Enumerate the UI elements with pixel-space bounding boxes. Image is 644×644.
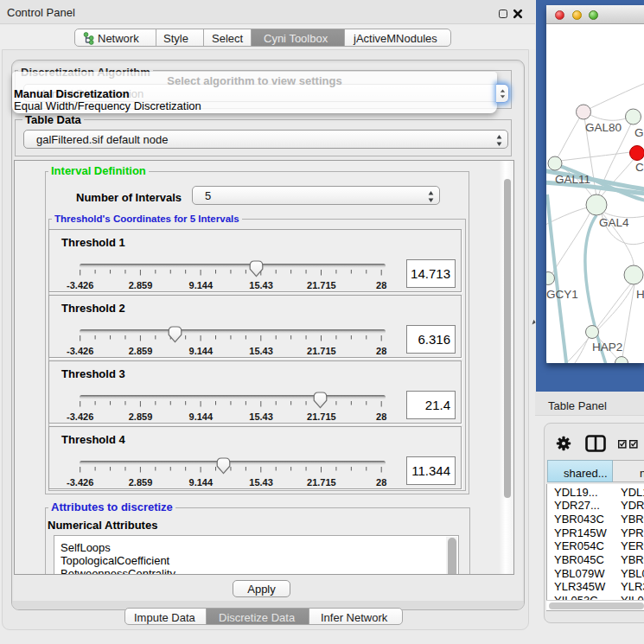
svg-text:HAP2: HAP2 xyxy=(592,341,622,354)
svg-text:GAL80: GAL80 xyxy=(585,121,622,134)
svg-text:GCY1: GCY1 xyxy=(546,288,578,301)
svg-text:GAL11: GAL11 xyxy=(555,173,590,186)
svg-text:C: C xyxy=(635,161,644,174)
svg-text:G: G xyxy=(634,126,644,139)
svg-text:GAL4: GAL4 xyxy=(599,216,629,229)
svg-text:H: H xyxy=(636,288,644,301)
